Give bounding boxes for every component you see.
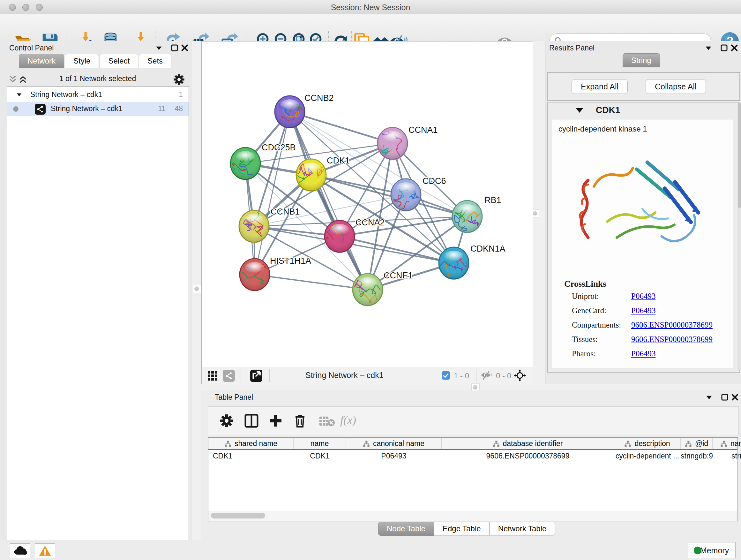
table-options-gear-icon[interactable] [219, 413, 234, 428]
tab-string[interactable]: String [623, 53, 660, 67]
selected-node-edge-counts: 1 - 0 [454, 371, 469, 380]
network-collection-label: String Network – cdk1 [30, 90, 102, 99]
control-panel-menu-icon[interactable] [155, 44, 163, 52]
control-panel-float-icon[interactable] [171, 44, 179, 52]
network-edge-CCNE1-HIST1H1A[interactable] [255, 274, 367, 290]
network-node-CCNE1[interactable] [347, 273, 383, 306]
application-window: Session: New Session [0, 0, 741, 560]
selected-checkbox-icon[interactable] [442, 371, 450, 380]
crosslink-link[interactable]: P06493 [631, 306, 656, 315]
delete-column-icon[interactable] [292, 413, 308, 428]
delete-table-icon[interactable] [318, 413, 336, 428]
function-builder-icon[interactable]: f(x) [340, 413, 369, 428]
tab-edge-table[interactable]: Edge Table [434, 522, 489, 536]
results-panel-close-icon[interactable] [731, 44, 738, 52]
crosslink-link[interactable]: 9606.ENSP00000378699 [631, 335, 713, 344]
warning-button[interactable] [35, 543, 55, 558]
expand-all-button[interactable]: Expand All [571, 79, 628, 94]
node-label-CCNE1: CCNE1 [384, 271, 413, 280]
network-collection-row[interactable]: String Network – cdk1 1 [7, 88, 189, 102]
crosslink-link[interactable]: 9606.ENSP00000378699 [631, 320, 713, 329]
network-node-CCNA1[interactable] [370, 127, 408, 160]
network-edge-CCNA2-CDKN1A[interactable] [340, 236, 454, 263]
results-panel-float-icon[interactable] [720, 44, 728, 52]
network-node-CCNB2[interactable] [275, 96, 306, 128]
table-panel-close-icon[interactable] [731, 393, 739, 401]
table-cell[interactable]: CDK1 [293, 450, 346, 462]
network-node-CDC25B[interactable] [225, 146, 263, 180]
control-panel-close-icon[interactable] [181, 44, 189, 52]
table-cell[interactable]: CDK1 [208, 450, 293, 462]
node-label-CDC25B: CDC25B [262, 143, 296, 152]
tree-expand-icon[interactable] [16, 91, 23, 98]
cloud-button[interactable] [10, 543, 30, 558]
results-panel: Results Panel String Expand All Collapse… [545, 41, 741, 384]
table-panel-menu-icon[interactable] [705, 393, 713, 401]
expand-all-icon[interactable] [18, 74, 28, 84]
protein-card-header[interactable]: CDK1 [548, 103, 739, 118]
tab-sets[interactable]: Sets [139, 54, 172, 68]
memory-status-dot [694, 547, 701, 554]
tab-network-table[interactable]: Network Table [489, 522, 555, 536]
column-header-description[interactable]: description [614, 438, 681, 449]
column-header-namespace[interactable]: namespace [713, 438, 741, 449]
table-cell[interactable]: stringdb [713, 450, 741, 462]
table-cell[interactable]: cyclin-dependent ... [614, 450, 681, 462]
crosslink-link[interactable]: P06493 [631, 292, 656, 301]
column-header-name[interactable]: name [293, 438, 346, 449]
node-label-RB1: RB1 [484, 195, 501, 205]
collapse-all-icon[interactable] [8, 74, 17, 84]
show-columns-icon[interactable] [244, 413, 259, 428]
collapse-triangle-icon[interactable] [576, 108, 583, 116]
control-panel-title: Control Panel [9, 44, 54, 52]
results-panel-title: Results Panel [549, 44, 595, 52]
table-panel-tabs: Node TableEdge TableNetwork Table [378, 522, 555, 536]
table-panel-float-icon[interactable] [721, 393, 729, 401]
tab-style[interactable]: Style [65, 54, 99, 68]
results-panel-menu-icon[interactable] [704, 44, 713, 52]
grid-view-icon[interactable] [207, 371, 218, 381]
results-scrollbar[interactable] [738, 102, 741, 370]
network-node-CCNA2[interactable] [313, 211, 354, 253]
collapse-all-button[interactable]: Collapse All [646, 79, 706, 94]
network-node-CCNB1[interactable] [239, 195, 269, 243]
table-cell[interactable]: stringdb:9... [681, 450, 713, 462]
node-label-CDC6: CDC6 [422, 176, 446, 186]
column-header-id[interactable]: @id [681, 438, 713, 449]
birdseye-crosshair-icon[interactable] [514, 369, 526, 381]
column-header-database-identifier[interactable]: database identifier [442, 438, 614, 449]
hidden-eye-slash-icon [480, 371, 493, 380]
node-label-CCNB2: CCNB2 [305, 93, 334, 103]
hidden-node-edge-counts: 0 - 0 [496, 371, 511, 380]
protein-name: CDK1 [596, 105, 620, 115]
left-splitter[interactable] [192, 41, 201, 540]
network-graph[interactable]: CCNB2CCNA1CDC25BCDK1CDC6RB1CCNB1CCNA2CDK… [202, 42, 533, 367]
tab-network[interactable]: Network [19, 54, 64, 68]
protein-description: cyclin-dependent kinase 1 [558, 125, 647, 133]
table-horizontal-scrollbar[interactable] [208, 511, 738, 521]
column-header-canonical-name[interactable]: canonical name [346, 438, 442, 449]
results-buttons-card: Expand All Collapse All [547, 72, 740, 101]
network-row-selected[interactable]: String Network – cdk1 11 48 [7, 102, 189, 116]
network-share-icon[interactable] [223, 370, 235, 382]
network-edge-CCNB2-CCNA1[interactable] [290, 112, 393, 143]
column-header-shared-name[interactable]: shared name [208, 438, 293, 449]
table-cell[interactable]: 9606.ENSP00000378699 [442, 450, 614, 462]
tab-node-table[interactable]: Node Table [378, 522, 434, 536]
node-label-CDKN1A: CDKN1A [470, 244, 506, 253]
node-table[interactable]: shared namenamecanonical namedatabase id… [208, 437, 738, 521]
network-node-RB1[interactable] [452, 200, 490, 233]
horizontal-splitter[interactable] [201, 384, 741, 390]
network-options-gear-icon[interactable] [173, 73, 185, 86]
memory-indicator[interactable]: Memory [688, 542, 736, 558]
open-in-window-icon[interactable] [250, 370, 262, 382]
crosslink-row: Uniprot:P06493 [572, 292, 728, 301]
tab-select[interactable]: Select [99, 54, 138, 68]
network-node-CDC6[interactable] [390, 179, 421, 218]
table-cell[interactable]: P06493 [346, 450, 442, 462]
crosslink-link[interactable]: P06493 [631, 349, 656, 358]
network-node-HIST1H1A[interactable] [229, 255, 270, 291]
title-bar: Session: New Session [0, 0, 741, 15]
add-column-icon[interactable] [268, 413, 283, 428]
network-view[interactable]: CCNB2CCNA1CDC25BCDK1CDC6RB1CCNB1CCNA2CDK… [201, 41, 533, 384]
